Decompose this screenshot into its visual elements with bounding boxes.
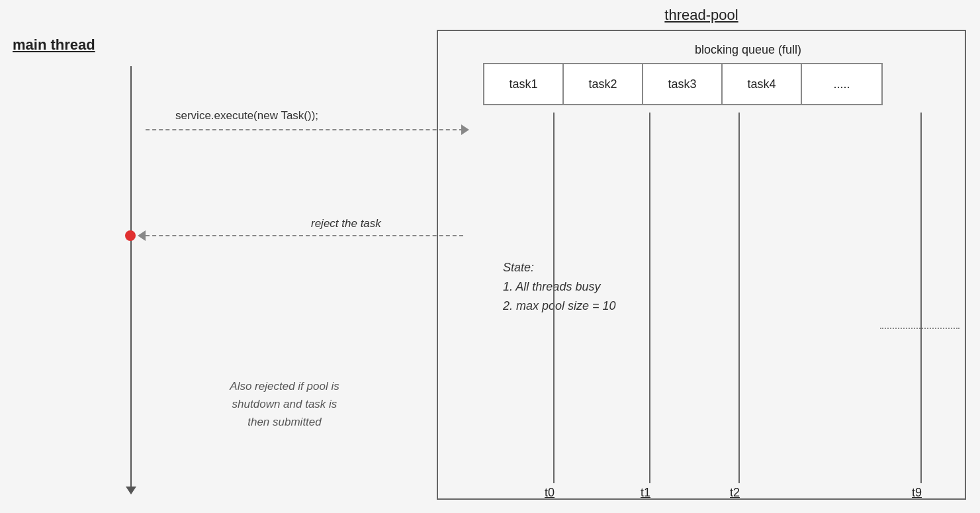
thread-label-t1: t1 (641, 486, 650, 500)
thread-pool-label: thread-pool (437, 7, 966, 24)
main-thread-label: main thread (13, 36, 95, 54)
thread-label-t0: t0 (545, 486, 555, 500)
thread-line-t1 (649, 113, 650, 483)
queue-task-1: task1 (484, 64, 564, 104)
also-rejected-line3: then submitted (165, 413, 404, 431)
also-rejected-text: Also rejected if pool is shutdown and ta… (165, 377, 404, 432)
reject-arrow-line (146, 235, 463, 236)
thread-line-t9 (920, 113, 922, 483)
state-line1: 1. All threads busy (503, 277, 616, 297)
state-line2: 2. max pool size = 10 (503, 297, 616, 316)
blocking-queue: task1 task2 task3 task4 ..... (483, 63, 883, 105)
also-rejected-line2: shutdown and task is (165, 395, 404, 413)
thread-label-t9: t9 (912, 486, 922, 500)
queue-task-4: task4 (723, 64, 802, 104)
thread-line-t2 (738, 113, 740, 483)
blocking-queue-label: blocking queue (full) (695, 43, 801, 57)
dotted-separator-line (880, 328, 959, 329)
state-text: State: 1. All threads busy 2. max pool s… (503, 258, 616, 315)
thread-line-t0 (553, 113, 555, 483)
thread-label-t2: t2 (730, 486, 740, 500)
state-title: State: (503, 258, 616, 277)
queue-task-more: ..... (802, 64, 881, 104)
queue-task-2: task2 (564, 64, 643, 104)
execute-arrow-line (146, 129, 463, 130)
reject-label: reject the task (311, 217, 381, 230)
main-thread-arrow-icon (126, 487, 136, 494)
reject-arrow-head-icon (138, 230, 146, 241)
main-thread-line (130, 66, 132, 490)
red-dot-indicator (125, 230, 136, 241)
diagram: main thread thread-pool blocking queue (… (0, 0, 980, 513)
execute-arrow-head-icon (461, 124, 469, 135)
execute-label: service.execute(new Task()); (175, 109, 318, 122)
also-rejected-line1: Also rejected if pool is (165, 377, 404, 395)
queue-task-3: task3 (643, 64, 723, 104)
